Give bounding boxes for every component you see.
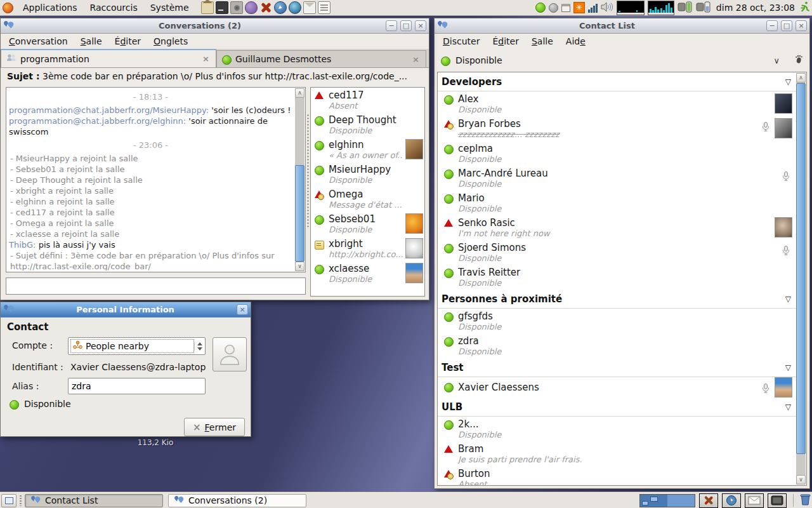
system-monitor-icon[interactable]: [617, 1, 645, 15]
presence-gray-tray-icon[interactable]: [549, 3, 558, 13]
conversations-titlebar[interactable]: Conversations (2) − □ ×: [1, 18, 429, 34]
panel-menu-syst-me[interactable]: Système: [146, 1, 193, 14]
contact-row-msieurhappy[interactable]: MsieurHappyDisponible: [311, 162, 424, 187]
network-signal-icon[interactable]: [588, 3, 598, 13]
scroll-down-icon[interactable]: ∨: [295, 262, 304, 271]
scroll-up-icon[interactable]: ∧: [796, 73, 806, 83]
starburst-tray-icon[interactable]: ✳: [573, 2, 585, 13]
panel-menu-raccourcis[interactable]: Raccourcis: [86, 1, 142, 14]
chevron-down-icon[interactable]: ∨: [773, 56, 780, 65]
menu-diter[interactable]: Éditer: [109, 35, 147, 48]
expander-icon[interactable]: ▽: [785, 363, 791, 372]
xchat-icon[interactable]: [259, 1, 272, 14]
group-header-developers[interactable]: Developers▽: [438, 72, 796, 91]
contact-row-mario[interactable]: MarioDisponible: [438, 190, 796, 215]
contact-row-zdra[interactable]: zdraDisponible: [438, 333, 796, 358]
mail-tray-icon[interactable]: [745, 493, 764, 508]
notes-icon[interactable]: [318, 1, 331, 14]
contact-row-marc-andr-lureau[interactable]: Marc-André LureauDisponible: [438, 166, 796, 190]
minimize-button[interactable]: −: [386, 20, 397, 31]
presence-available-tray-icon[interactable]: [535, 3, 546, 13]
maximize-button[interactable]: □: [400, 20, 412, 31]
group-header-ulb[interactable]: ULB▽: [438, 398, 796, 417]
message-input[interactable]: [6, 277, 306, 295]
minimize-button[interactable]: −: [766, 20, 778, 31]
contact-row-2k[interactable]: 2k...Disponible: [438, 417, 796, 441]
contact-row-burton[interactable]: BurtonAbsent: [438, 466, 796, 485]
volume-icon[interactable]: [601, 2, 613, 14]
contact-row-sjoerd-simons[interactable]: Sjoerd SimonsDisponible: [438, 240, 796, 265]
tab-close-icon[interactable]: ×: [411, 55, 421, 64]
contact-row-xavier-claessens[interactable]: Xavier Claessens: [438, 377, 796, 398]
menu-diter[interactable]: Éditer: [487, 35, 525, 48]
menu-salle[interactable]: Salle: [526, 35, 559, 48]
combo-spinner-icon[interactable]: [194, 342, 203, 351]
scroll-up-icon[interactable]: ∧: [295, 88, 304, 98]
contact-row-senko-rasic[interactable]: Senko RasicI'm not here right now: [438, 215, 796, 240]
network-monitor-icon[interactable]: [648, 1, 674, 15]
browser-tray-icon[interactable]: [722, 493, 741, 508]
home-icon[interactable]: [201, 1, 214, 14]
taskbar-item-contact-list[interactable]: Contact List: [25, 494, 163, 507]
trash-icon[interactable]: [800, 493, 811, 507]
avatar-button[interactable]: [213, 337, 247, 371]
contact-row-bram[interactable]: BramJe suis parti prendre l'air frais.: [438, 441, 796, 466]
contact-row-bryan-forbes[interactable]: Bryan Forbeszzzzzzzzzzzzz... zzzzzzzz: [438, 116, 796, 141]
presence-selector[interactable]: Disponible ∨: [435, 51, 809, 69]
clock[interactable]: dim 28 oct, 23:08: [714, 3, 797, 13]
audio-icon[interactable]: [230, 1, 243, 14]
ubuntu-menu-icon[interactable]: [3, 3, 13, 13]
tab-close-icon[interactable]: ×: [201, 54, 211, 64]
workspace-2[interactable]: [667, 495, 695, 507]
scrollbar-thumb[interactable]: [796, 83, 806, 454]
cpu-freq-icon-1[interactable]: [678, 1, 693, 15]
tab-guillaume-desmottes[interactable]: Guillaume Desmottes ×: [216, 50, 426, 67]
account-combobox[interactable]: People nearby: [68, 337, 206, 355]
contact-row-ceplma[interactable]: ceplmaDisponible: [438, 141, 796, 166]
scroll-down-icon[interactable]: ∨: [796, 475, 806, 485]
menu-aide[interactable]: Aide: [560, 35, 591, 48]
contact-row-omega[interactable]: OmegaMessage d'état ...: [311, 187, 424, 211]
window-tray-icon[interactable]: [561, 4, 570, 12]
contact-row-ced117[interactable]: ced117Absent: [311, 88, 424, 112]
contact-row-alex[interactable]: AlexDisponible: [438, 91, 796, 116]
logout-runner-icon[interactable]: [800, 1, 809, 14]
desktop-icon-label[interactable]: 113,2 Kio: [127, 438, 184, 447]
xchat-tray-icon[interactable]: [699, 493, 718, 508]
workspace-switcher[interactable]: [639, 494, 695, 507]
contact-list-scrollbar[interactable]: ∧ ∨: [796, 73, 806, 485]
menu-discuter[interactable]: Discuter: [437, 35, 485, 48]
expander-icon[interactable]: ▽: [785, 295, 791, 304]
fermer-button[interactable]: × Fermer: [184, 418, 245, 436]
show-desktop-button[interactable]: [1, 494, 16, 507]
tab-programmation[interactable]: programmation ×: [1, 49, 216, 67]
globe-icon[interactable]: [289, 1, 301, 14]
close-button[interactable]: ×: [237, 304, 248, 315]
dialog-titlebar[interactable]: Personal Information ×: [1, 302, 251, 318]
taskbar-grip[interactable]: [19, 495, 22, 506]
workspace-1[interactable]: [640, 495, 667, 507]
group-header-personnes-proximit[interactable]: Personnes à proximité▽: [438, 290, 796, 309]
group-header-test[interactable]: Test▽: [438, 358, 796, 377]
contact-list-titlebar[interactable]: Contact List − □ ×: [435, 18, 809, 34]
maximize-button[interactable]: □: [781, 20, 792, 31]
chat-scrollbar[interactable]: ∧ ∨: [295, 88, 304, 271]
taskbar-item-conversations-2[interactable]: Conversations (2): [168, 494, 306, 507]
contact-row-deep-thought[interactable]: Deep ThoughtDisponible: [311, 112, 424, 137]
menu-salle[interactable]: Salle: [75, 35, 108, 48]
expander-icon[interactable]: ▽: [785, 403, 791, 411]
evolution-icon[interactable]: [303, 1, 316, 14]
contact-row-sebseb01[interactable]: Sebseb01Disponible: [311, 211, 424, 236]
contact-row-gfsgfds[interactable]: gfsgfdsDisponible: [438, 309, 796, 333]
contact-row-elghinn[interactable]: elghinn« As an owner of...: [311, 137, 424, 162]
close-button[interactable]: ×: [796, 20, 807, 31]
pidgin-icon[interactable]: [245, 1, 258, 14]
menu-onglets[interactable]: Onglets: [148, 35, 193, 48]
expander-icon[interactable]: ▽: [785, 77, 791, 86]
terminal-icon[interactable]: [216, 1, 228, 14]
alias-input[interactable]: [68, 378, 206, 394]
menu-conversation[interactable]: Conversation: [3, 35, 74, 48]
pane-splitter[interactable]: [306, 114, 310, 228]
scrollbar-thumb[interactable]: [295, 165, 304, 262]
panel-menu-applications[interactable]: Applications: [18, 1, 82, 14]
